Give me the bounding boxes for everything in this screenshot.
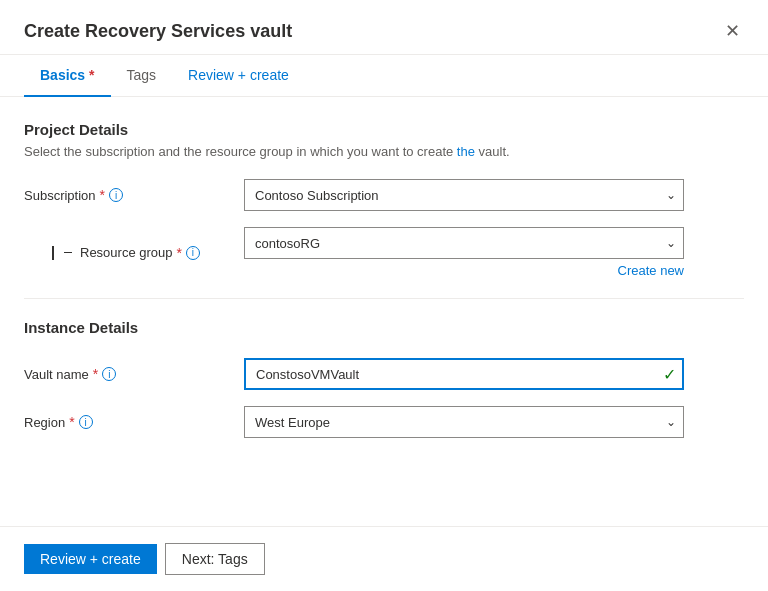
- project-details-title: Project Details: [24, 121, 744, 138]
- region-group: Region * i West Europe ⌄: [24, 406, 744, 438]
- vault-name-valid-icon: ✓: [663, 365, 676, 384]
- tree-line-h: [64, 252, 72, 253]
- vault-name-input[interactable]: [244, 358, 684, 390]
- vault-name-label: Vault name: [24, 367, 89, 382]
- subscription-label: Subscription: [24, 188, 96, 203]
- vault-name-group: Vault name * i ✓: [24, 358, 744, 390]
- project-details-desc: Select the subscription and the resource…: [24, 144, 744, 159]
- create-vault-dialog: Create Recovery Services vault ✕ Basics …: [0, 0, 768, 591]
- resource-group-label-area: Resource group * i: [24, 245, 244, 261]
- vault-name-info-icon[interactable]: i: [102, 367, 116, 381]
- tree-line-v: [52, 246, 54, 260]
- close-icon: ✕: [725, 20, 740, 42]
- vault-name-input-wrapper: ✓: [244, 358, 684, 390]
- subscription-group: Subscription * i Contoso Subscription ⌄: [24, 179, 744, 211]
- tab-review-create[interactable]: Review + create: [172, 55, 305, 97]
- region-control: West Europe ⌄: [244, 406, 684, 438]
- dialog-header: Create Recovery Services vault ✕: [0, 0, 768, 55]
- resource-group-control: contosoRG ⌄ Create new: [244, 227, 684, 278]
- create-new-resource-group-link[interactable]: Create new: [244, 263, 684, 278]
- region-select-wrapper: West Europe ⌄: [244, 406, 684, 438]
- region-info-icon[interactable]: i: [79, 415, 93, 429]
- dialog-footer: Review + create Next: Tags: [0, 526, 768, 591]
- resource-group-label: Resource group: [80, 245, 173, 260]
- resource-group-info-icon[interactable]: i: [186, 246, 200, 260]
- region-select[interactable]: West Europe: [244, 406, 684, 438]
- dialog-title: Create Recovery Services vault: [24, 21, 292, 42]
- region-label: Region: [24, 415, 65, 430]
- desc-highlight: the: [457, 144, 475, 159]
- close-button[interactable]: ✕: [721, 16, 744, 46]
- resource-group-group: Resource group * i contosoRG ⌄ Create ne…: [24, 227, 744, 278]
- basics-required-star: *: [85, 67, 94, 83]
- subscription-select[interactable]: Contoso Subscription: [244, 179, 684, 211]
- resource-group-required: *: [177, 245, 182, 261]
- resource-group-select[interactable]: contosoRG: [244, 227, 684, 259]
- tab-bar: Basics * Tags Review + create: [0, 55, 768, 97]
- review-create-button[interactable]: Review + create: [24, 544, 157, 574]
- tab-tags[interactable]: Tags: [111, 55, 173, 97]
- vault-name-label-area: Vault name * i: [24, 366, 244, 382]
- subscription-control: Contoso Subscription ⌄: [244, 179, 684, 211]
- vault-name-control: ✓: [244, 358, 684, 390]
- section-divider: [24, 298, 744, 299]
- vault-name-required: *: [93, 366, 98, 382]
- subscription-info-icon[interactable]: i: [109, 188, 123, 202]
- region-required: *: [69, 414, 74, 430]
- tab-basics[interactable]: Basics *: [24, 55, 111, 97]
- subscription-label-area: Subscription * i: [24, 187, 244, 203]
- subscription-select-wrapper: Contoso Subscription ⌄: [244, 179, 684, 211]
- next-tags-button[interactable]: Next: Tags: [165, 543, 265, 575]
- region-label-area: Region * i: [24, 414, 244, 430]
- resource-group-select-wrapper: contosoRG ⌄: [244, 227, 684, 259]
- subscription-required: *: [100, 187, 105, 203]
- instance-details-title: Instance Details: [24, 319, 744, 336]
- main-content: Project Details Select the subscription …: [0, 97, 768, 526]
